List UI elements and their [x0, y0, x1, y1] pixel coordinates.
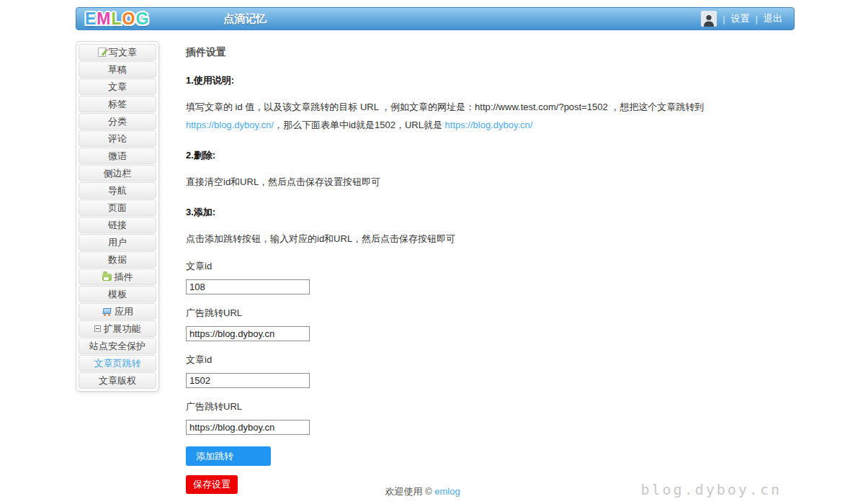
add-text: 点击添加跳转按钮，输入对应的id和URL，然后点击保存按钮即可 — [186, 230, 795, 248]
sidebar-item-label: 文章版权 — [99, 374, 136, 387]
form-field: 广告跳转URL — [186, 307, 795, 341]
sidebar-item[interactable]: 导航 — [79, 182, 156, 199]
header-bar: EMLOG 点滴记忆 | 设置 | 退出 — [76, 7, 795, 30]
logo-letter: M — [97, 11, 111, 27]
add-jump-button[interactable]: 添加跳转 — [186, 446, 271, 466]
sidebar-item[interactable]: 模板 — [79, 286, 156, 302]
sidebar-item-label: 文章页跳转 — [94, 357, 141, 370]
sidebar-item-label: 写文章 — [109, 46, 137, 59]
sidebar-item-label: 页面 — [108, 202, 127, 215]
sidebar-item[interactable]: 站点安全保护 — [79, 338, 156, 354]
sidebar-item[interactable]: 应用 — [79, 303, 156, 320]
sidebar-item-label: 数据 — [108, 253, 127, 266]
sidebar-item-label: 微语 — [108, 150, 127, 163]
collapse-icon — [94, 325, 101, 332]
form-field: 文章id — [186, 260, 795, 294]
sidebar-item-label: 用户 — [108, 236, 127, 249]
field-input[interactable] — [186, 373, 310, 388]
jump-form: 文章id 广告跳转URL 文章id 广告跳转URL — [186, 260, 795, 435]
sidebar-item-label: 扩展功能 — [104, 323, 141, 336]
form-field: 广告跳转URL — [186, 400, 795, 435]
footer-text: 欢迎使用 © — [385, 486, 432, 497]
usage-link-2[interactable]: https://blog.dyboy.cn/ — [445, 120, 533, 130]
content-area: 写文章 草稿 文章 标签 分类 — [76, 41, 795, 494]
sidebar-item-label: 侧边栏 — [104, 167, 132, 180]
sidebar-item[interactable]: 用户 — [79, 234, 156, 251]
emlog-footer-link[interactable]: emlog — [434, 486, 460, 497]
main-panel: 插件设置 1.使用说明: 填写文章的 id 值，以及该文章跳转的目标 URL ，… — [186, 41, 795, 494]
sidebar-item[interactable]: 扩展功能 — [79, 320, 156, 337]
sidebar-item-label: 导航 — [108, 184, 127, 197]
header-separator: | — [723, 14, 725, 24]
page: EMLOG 点滴记忆 | 设置 | 退出 写文章 草稿 — [0, 0, 845, 504]
delete-text: 直接清空id和URL，然后点击保存设置按钮即可 — [186, 173, 795, 191]
plugin-icon — [102, 274, 112, 281]
emlog-logo[interactable]: EMLOG — [85, 11, 149, 27]
sidebar-item[interactable]: 侧边栏 — [79, 165, 156, 181]
form-field: 文章id — [186, 354, 795, 388]
sidebar-item[interactable]: 文章版权 — [79, 372, 156, 389]
field-input[interactable] — [186, 279, 310, 294]
sidebar-item[interactable]: 数据 — [79, 251, 156, 268]
usage-link-1[interactable]: https://blog.dyboy.cn/ — [186, 120, 274, 130]
header-separator: | — [756, 14, 758, 24]
add-heading: 3.添加: — [186, 206, 795, 219]
sidebar-item-label: 文章 — [108, 81, 127, 94]
usage-text: 填写文章的 id 值，以及该文章跳转的目标 URL ，例如文章的网址是：http… — [186, 98, 795, 134]
field-label: 广告跳转URL — [186, 307, 795, 320]
field-label: 文章id — [186, 260, 795, 273]
sidebar-item[interactable]: 标签 — [79, 96, 156, 112]
sidebar-item[interactable]: 草稿 — [79, 61, 156, 78]
sidebar-item-label: 分类 — [108, 115, 127, 128]
logo-letter: G — [135, 11, 149, 27]
usage-text-part2: ，那么下面表单中id就是1502，URL就是 — [274, 120, 445, 130]
logo-letter: O — [122, 11, 136, 27]
sidebar-item[interactable]: 插件 — [79, 269, 156, 285]
watermark: blog.dyboy.cn — [640, 481, 782, 498]
sidebar-item[interactable]: 文章 — [79, 78, 156, 95]
sidebar-item[interactable]: 页面 — [79, 199, 156, 216]
page-title: 插件设置 — [186, 46, 795, 59]
write-icon — [98, 48, 106, 57]
settings-link[interactable]: 设置 — [731, 12, 750, 25]
sidebar-item[interactable]: 文章页跳转 — [79, 355, 156, 372]
site-title: 点滴记忆 — [223, 12, 267, 26]
usage-text-part1: 填写文章的 id 值，以及该文章跳转的目标 URL ，例如文章的网址是：http… — [186, 102, 704, 112]
field-input[interactable] — [186, 420, 310, 435]
sidebar-item-label: 链接 — [108, 219, 127, 232]
sidebar-item[interactable]: 链接 — [79, 217, 156, 233]
logo-letter: E — [85, 11, 97, 27]
sidebar-item-label: 插件 — [115, 271, 133, 284]
user-avatar-icon[interactable] — [701, 11, 717, 27]
delete-heading: 2.删除: — [186, 149, 795, 162]
sidebar-item-label: 标签 — [108, 98, 127, 111]
sidebar-item-label: 模板 — [108, 288, 127, 301]
sidebar-item[interactable]: 微语 — [79, 148, 156, 164]
sidebar-item-label: 站点安全保护 — [89, 340, 146, 353]
sidebar-item[interactable]: 写文章 — [79, 44, 156, 60]
sidebar-item[interactable]: 评论 — [79, 130, 156, 147]
logout-link[interactable]: 退出 — [764, 12, 782, 25]
sidebar-item-label: 应用 — [115, 305, 133, 318]
usage-heading: 1.使用说明: — [186, 74, 795, 87]
field-label: 文章id — [186, 354, 795, 366]
field-label: 广告跳转URL — [186, 400, 795, 413]
sidebar-item[interactable]: 分类 — [79, 113, 156, 130]
sidebar-item-label: 评论 — [108, 132, 127, 145]
field-input[interactable] — [186, 326, 310, 341]
logo-letter: L — [112, 11, 122, 27]
sidebar-menu: 写文章 草稿 文章 标签 分类 — [76, 41, 159, 392]
header-actions: | 设置 | 退出 — [701, 11, 782, 27]
sidebar-item-label: 草稿 — [108, 63, 127, 76]
app-store-icon — [102, 307, 112, 316]
